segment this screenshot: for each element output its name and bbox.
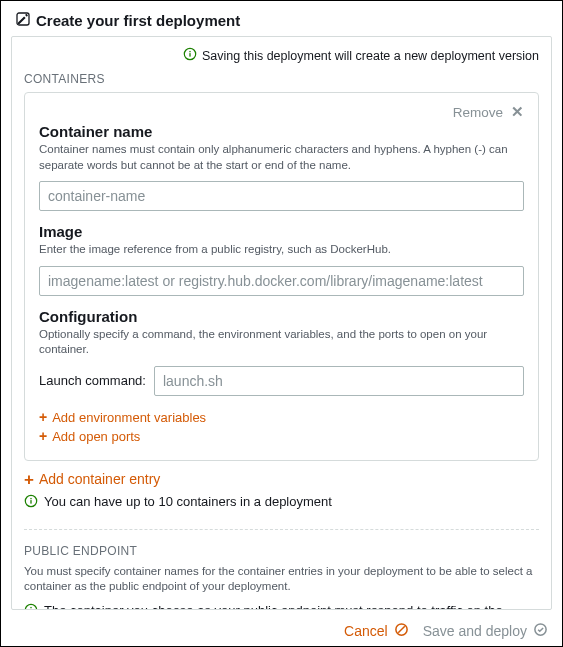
container-name-input[interactable] [39, 181, 524, 211]
plus-icon: + [39, 429, 47, 443]
launch-command-label: Launch command: [39, 373, 146, 388]
configuration-title: Configuration [39, 308, 524, 325]
launch-command-row: Launch command: [39, 366, 524, 396]
remove-button[interactable]: Remove ✕ [39, 103, 524, 121]
cancel-icon [394, 622, 409, 640]
header: Create your first deployment [1, 1, 562, 36]
containers-label: CONTAINERS [24, 72, 539, 86]
add-env-vars-label: Add environment variables [52, 410, 206, 425]
container-name-title: Container name [39, 123, 524, 140]
save-label: Save and deploy [423, 623, 527, 639]
image-input[interactable] [39, 266, 524, 296]
svg-rect-3 [189, 51, 190, 52]
divider [24, 529, 539, 530]
add-open-ports-button[interactable]: + Add open ports [39, 429, 524, 444]
edit-icon [15, 11, 31, 30]
svg-rect-8 [30, 609, 31, 610]
public-endpoint-label: PUBLIC ENDPOINT [24, 544, 539, 558]
svg-rect-9 [30, 607, 31, 608]
public-endpoint-desc: You must specify container names for the… [24, 564, 539, 595]
container-limit-text: You can have up to 10 containers in a de… [44, 494, 332, 509]
info-icon [24, 603, 38, 610]
image-desc: Enter the image reference from a public … [39, 242, 524, 258]
svg-rect-2 [189, 53, 190, 57]
content: Saving this deployment will create a new… [11, 36, 552, 610]
footer: Cancel Save and deploy [1, 616, 562, 646]
image-title: Image [39, 223, 524, 240]
public-endpoint-info: The container you choose as your public … [24, 603, 539, 610]
info-icon [183, 47, 197, 64]
cancel-label: Cancel [344, 623, 388, 639]
container-name-desc: Container names must contain only alphan… [39, 142, 524, 173]
info-banner-text: Saving this deployment will create a new… [202, 49, 539, 63]
save-and-deploy-button[interactable]: Save and deploy [423, 622, 548, 640]
close-icon: ✕ [511, 103, 524, 121]
cancel-button[interactable]: Cancel [344, 622, 409, 640]
launch-command-input[interactable] [154, 366, 524, 396]
info-banner: Saving this deployment will create a new… [24, 47, 539, 64]
public-endpoint-info-text: The container you choose as your public … [44, 603, 539, 610]
deployment-form: Create your first deployment Saving this… [0, 0, 563, 647]
plus-icon: + [24, 471, 34, 488]
info-icon [24, 494, 38, 511]
svg-rect-6 [30, 498, 31, 499]
add-container-entry-label: Add container entry [39, 471, 160, 487]
svg-rect-5 [30, 500, 31, 504]
add-env-vars-button[interactable]: + Add environment variables [39, 410, 524, 425]
add-open-ports-label: Add open ports [52, 429, 140, 444]
configuration-desc: Optionally specify a command, the enviro… [39, 327, 524, 358]
svg-line-11 [398, 626, 405, 633]
container-limit-info: You can have up to 10 containers in a de… [24, 494, 539, 511]
check-circle-icon [533, 622, 548, 640]
remove-label: Remove [453, 105, 503, 120]
add-container-entry-button[interactable]: + Add container entry [24, 471, 539, 488]
plus-icon: + [39, 410, 47, 424]
container-card: Remove ✕ Container name Container names … [24, 92, 539, 461]
page-title: Create your first deployment [36, 12, 240, 29]
